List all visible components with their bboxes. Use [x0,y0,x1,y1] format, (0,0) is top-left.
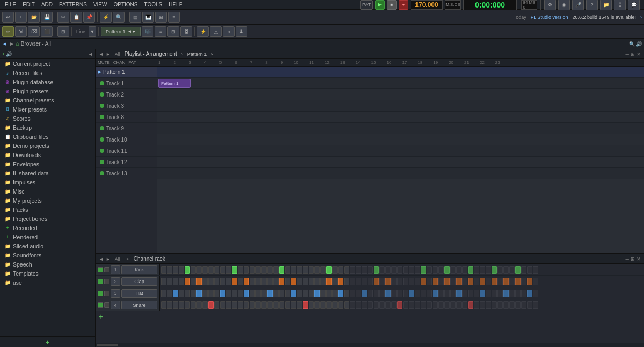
line-dropdown[interactable]: ▼ [89,26,96,37]
track-label-9[interactable]: Track 9 [96,123,157,134]
step-btn-ext[interactable] [486,290,491,297]
step-btn[interactable] [326,278,332,285]
step-btn-ext[interactable] [374,301,379,309]
sidebar-item-clipboard[interactable]: 📋 Clipboard files [0,132,95,141]
step-btn-ext[interactable] [533,278,538,285]
rack-scrollbar[interactable] [96,343,644,347]
step-btn[interactable] [332,266,338,274]
export-icon[interactable]: ⬇ [236,26,247,37]
step-btn[interactable] [173,278,178,285]
step-btn-ext[interactable] [421,278,426,285]
sidebar-item-templates[interactable]: 📁 Templates [0,269,95,278]
step-btn[interactable] [226,278,231,285]
step-btn-ext[interactable] [362,278,367,285]
step-btn-ext[interactable] [521,290,526,297]
step-btn[interactable] [244,278,249,285]
step-btn[interactable] [238,290,243,297]
step-btn-ext[interactable] [391,266,397,274]
step-btn-ext[interactable] [415,301,420,309]
zoom-icon[interactable]: 🔍 [113,12,125,23]
step-btn-ext[interactable] [391,290,397,297]
grid-track-11[interactable] [157,145,644,157]
step-btn-ext[interactable] [403,278,408,285]
step-btn[interactable] [285,290,290,297]
rack-icon[interactable]: ≡ [168,12,180,23]
undo-icon[interactable]: ↩ [2,12,14,23]
step-btn[interactable] [338,290,343,297]
step-btn[interactable] [173,301,178,309]
step-btn-ext[interactable] [515,301,521,309]
step-btn[interactable] [255,290,261,297]
step-btn[interactable] [179,266,184,274]
step-btn[interactable] [238,278,243,285]
menu-item-options[interactable]: OPTIONS [111,2,140,8]
channel-rack2-icon[interactable]: ≡ [155,26,166,37]
sidebar-item-misc[interactable]: 📁 Misc [0,187,95,196]
step-btn-ext[interactable] [350,301,355,309]
sidebar-item-plugin-database[interactable]: ⊕ Plugin database [0,77,95,86]
step-btn-ext[interactable] [362,301,367,309]
rack-scroll-thumb[interactable] [97,344,118,346]
step-btn-ext[interactable] [379,278,385,285]
step-btn[interactable] [261,278,267,285]
step-btn-ext[interactable] [521,266,526,274]
pattern-icon[interactable]: ▤ [129,12,141,23]
step-btn[interactable] [250,266,255,274]
step-btn[interactable] [320,266,326,274]
copy-icon[interactable]: 📋 [70,12,82,23]
step-btn-ext[interactable] [409,278,414,285]
sidebar-item-my-projects[interactable]: 📁 My projects [0,196,95,205]
step-btn-ext[interactable] [403,301,408,309]
step-btn[interactable] [214,266,219,274]
step-btn[interactable] [214,278,219,285]
step-btn[interactable] [279,266,284,274]
step-btn-ext[interactable] [515,278,521,285]
step-btn-ext[interactable] [409,301,414,309]
step-btn-ext[interactable] [462,278,467,285]
step-btn-ext[interactable] [433,290,438,297]
step-btn-ext[interactable] [492,290,497,297]
track-label-10[interactable]: Track 10 [96,134,157,145]
step-btn-ext[interactable] [515,266,521,274]
sidebar-item-recorded[interactable]: + Recorded [0,223,95,232]
step-btn[interactable] [167,301,172,309]
hat-green-btn[interactable] [98,291,103,296]
step-btn[interactable] [303,278,308,285]
step-btn-ext[interactable] [444,278,450,285]
step-btn-ext[interactable] [456,278,462,285]
step-btn-ext[interactable] [409,290,414,297]
step-btn[interactable] [179,290,184,297]
step-btn-ext[interactable] [527,301,532,309]
step-btn[interactable] [238,301,243,309]
step-btn[interactable] [244,290,249,297]
step-btn[interactable] [291,266,296,274]
step-btn-ext[interactable] [374,290,379,297]
step-btn-ext[interactable] [368,278,373,285]
sidebar-item-rendered[interactable]: + Rendered [0,232,95,241]
sidebar-item-speech[interactable]: 📁 Speech [0,260,95,269]
sidebar-add-bottom[interactable]: + [45,338,49,346]
browser-nav-back[interactable]: ◄ [2,41,8,47]
grid-icon[interactable]: ⊞ [167,26,179,37]
step-btn-ext[interactable] [397,290,402,297]
step-btn[interactable] [326,290,332,297]
menu-item-file[interactable]: FILE [2,2,19,8]
step-btn-ext[interactable] [385,278,391,285]
rack-bars-icon[interactable]: ⊞ [631,256,635,262]
kick-green-btn[interactable] [98,267,103,272]
step-btn-ext[interactable] [374,266,379,274]
step-btn-ext[interactable] [474,301,479,309]
playlist-min-icon[interactable]: ─ [626,51,629,57]
mixer2-icon[interactable]: 🎛 [180,26,192,37]
step-btn[interactable] [344,266,349,274]
step-btn[interactable] [202,266,208,274]
step-btn[interactable] [261,290,267,297]
step-btn-ext[interactable] [456,266,462,274]
menu-item-add[interactable]: ADD [39,2,55,8]
step-btn[interactable] [261,301,267,309]
step-btn-ext[interactable] [503,290,509,297]
step-btn-ext[interactable] [533,290,538,297]
rack-min-icon[interactable]: ─ [626,256,629,262]
step-btn[interactable] [303,290,308,297]
menu-item-view[interactable]: VIEW [91,2,110,8]
